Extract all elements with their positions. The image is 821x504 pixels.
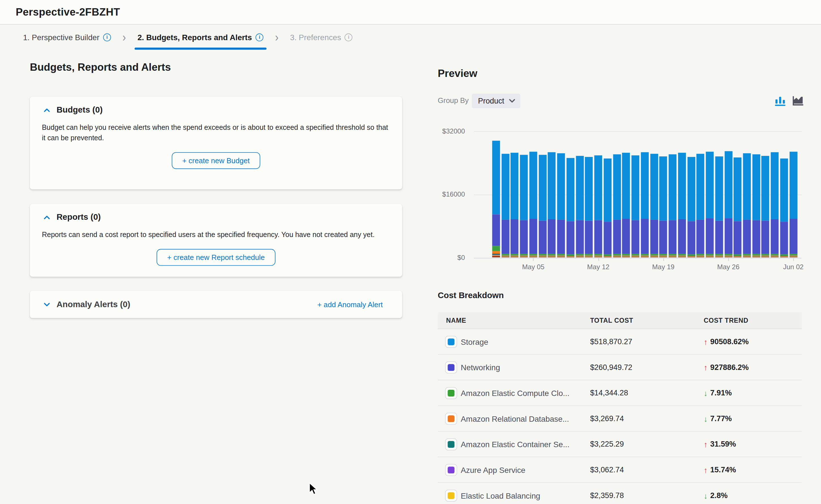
bar-segment [501, 154, 509, 220]
reports-title[interactable]: Reports (0) [57, 212, 101, 222]
stacked-bar-may-19[interactable] [659, 156, 667, 257]
stacked-bar-may-30[interactable] [762, 156, 770, 257]
row-name: Azure App Service [461, 465, 525, 474]
add-anomaly-alert-link[interactable]: + add Anomaly Alert [317, 300, 383, 309]
stacked-bar-may-23[interactable] [697, 154, 704, 257]
bar-segment [613, 220, 621, 254]
bar-segment [632, 257, 640, 257]
row-cost-trend: ↓7.77% [704, 414, 732, 423]
tab-budgets-reports-and-alerts[interactable]: 2. Budgets, Reports and Alertsi [137, 25, 264, 50]
area-chart-icon[interactable] [793, 95, 804, 106]
chevron-up-icon[interactable] [44, 108, 50, 112]
bar-segment [501, 257, 509, 257]
stacked-bar-jun-01[interactable] [780, 158, 788, 257]
bar-segment [576, 156, 584, 220]
bar-segment [548, 219, 556, 254]
stacked-bar-may-07[interactable] [548, 152, 556, 257]
stacked-bar-may-21[interactable] [678, 153, 686, 257]
table-row-amazon-elastic-container-se[interactable]: Amazon Elastic Container Se...$3,225.29↑… [438, 432, 801, 457]
budgets-title[interactable]: Budgets (0) [57, 105, 103, 115]
stacked-bar-jun-02[interactable] [789, 152, 797, 257]
table-row-amazon-elastic-compute-clo[interactable]: Amazon Elastic Compute Clo...$14,344.28↓… [438, 380, 801, 406]
bar-segment [511, 219, 519, 254]
stacked-bar-may-29[interactable] [752, 154, 760, 257]
color-swatch [448, 415, 454, 422]
tab-perspective-builder[interactable]: 1. Perspective Builderi [23, 25, 111, 50]
row-cost-trend: ↓7.91% [704, 389, 732, 397]
legend-color-checkbox[interactable] [445, 387, 457, 399]
stacked-bar-may-13[interactable] [603, 159, 611, 257]
create-budget-button[interactable]: + create new Budget [172, 152, 260, 169]
chevron-up-icon[interactable] [44, 215, 50, 219]
bar-segment [539, 155, 547, 221]
bar-segment [725, 257, 732, 257]
bar-segment [576, 257, 584, 257]
info-icon[interactable]: i [103, 33, 111, 41]
bar-segment [771, 257, 779, 257]
x-axis-tick [793, 258, 794, 261]
stacked-bar-may-03[interactable] [511, 153, 519, 257]
stacked-bar-may-24[interactable] [706, 152, 714, 257]
stacked-bar-may-20[interactable] [669, 154, 677, 257]
row-total-cost: $3,269.74 [590, 414, 624, 423]
chevron-down-icon[interactable] [44, 303, 50, 306]
stacked-bar-may-02[interactable] [501, 154, 509, 257]
preview-title: Preview [438, 68, 477, 80]
bar-segment [734, 221, 742, 254]
bar-segment [687, 221, 695, 254]
table-row-networking[interactable]: Networking$260,949.72↑927886.2% [438, 355, 801, 380]
table-row-azure-app-service[interactable]: Azure App Service$3,062.74↑15.74% [438, 457, 801, 483]
legend-color-checkbox[interactable] [445, 361, 457, 373]
bar-segment [780, 158, 788, 222]
bar-segment [492, 251, 500, 254]
stacked-bar-may-11[interactable] [585, 157, 593, 257]
legend-color-checkbox[interactable] [445, 335, 457, 348]
stacked-bar-may-22[interactable] [687, 157, 695, 257]
x-axis-tick [663, 258, 664, 261]
table-row-amazon-relational-database[interactable]: Amazon Relational Database...$3,269.74↓7… [438, 406, 801, 432]
stacked-bar-may-18[interactable] [650, 154, 658, 257]
stacked-bar-may-17[interactable] [641, 152, 649, 257]
anomaly-alerts-title[interactable]: Anomaly Alerts (0) [57, 300, 130, 309]
stacked-bar-may-27[interactable] [734, 158, 742, 257]
stacked-bar-may-14[interactable] [613, 154, 621, 257]
stacked-bar-may-28[interactable] [743, 153, 751, 257]
info-icon[interactable]: i [256, 33, 264, 41]
stacked-bar-may-04[interactable] [520, 155, 528, 257]
trend-value: 90508.62% [710, 337, 749, 346]
bar-segment [585, 221, 593, 254]
bar-segment [725, 151, 732, 218]
stacked-bar-may-09[interactable] [566, 158, 574, 257]
stacked-bar-may-10[interactable] [576, 156, 584, 257]
stacked-bar-may-06[interactable] [539, 155, 547, 257]
bar-segment [622, 219, 630, 254]
chart-type-toggle [775, 95, 804, 106]
legend-color-checkbox[interactable] [445, 438, 457, 450]
bar-segment [780, 257, 788, 257]
tab-preferences[interactable]: 3. Preferencesi [290, 25, 353, 50]
bar-segment [752, 154, 760, 220]
trend-down-arrow-icon: ↓ [704, 492, 708, 499]
stacked-bar-may-15[interactable] [622, 153, 630, 257]
stacked-bar-may-01[interactable] [492, 141, 500, 257]
stacked-bar-may-05[interactable] [529, 152, 537, 257]
bar-segment [632, 155, 640, 220]
trend-up-arrow-icon: ↑ [704, 466, 708, 474]
stacked-bar-may-31[interactable] [771, 152, 779, 257]
app-header: Perspective-2FBZHT [0, 0, 821, 25]
stacked-bar-may-08[interactable] [557, 153, 565, 257]
info-icon[interactable]: i [345, 33, 353, 41]
create-report-schedule-button[interactable]: + create new Report schedule [157, 249, 276, 266]
bar-chart-icon[interactable] [775, 95, 786, 106]
group-by-select[interactable]: Product [472, 94, 520, 108]
reports-description: Reports can send a cost report to specif… [42, 230, 390, 240]
stacked-bar-may-16[interactable] [632, 155, 640, 257]
table-row-storage[interactable]: Storage$518,870.27↑90508.62% [438, 329, 801, 355]
legend-color-checkbox[interactable] [445, 412, 457, 425]
stacked-bar-may-25[interactable] [715, 156, 723, 257]
legend-color-checkbox[interactable] [445, 464, 457, 476]
stacked-bar-may-12[interactable] [594, 155, 602, 257]
table-row-elastic-load-balancing[interactable]: Elastic Load Balancing$2,359.78↓2.8% [438, 483, 801, 504]
stacked-bar-may-26[interactable] [725, 151, 732, 257]
legend-color-checkbox[interactable] [445, 489, 457, 501]
